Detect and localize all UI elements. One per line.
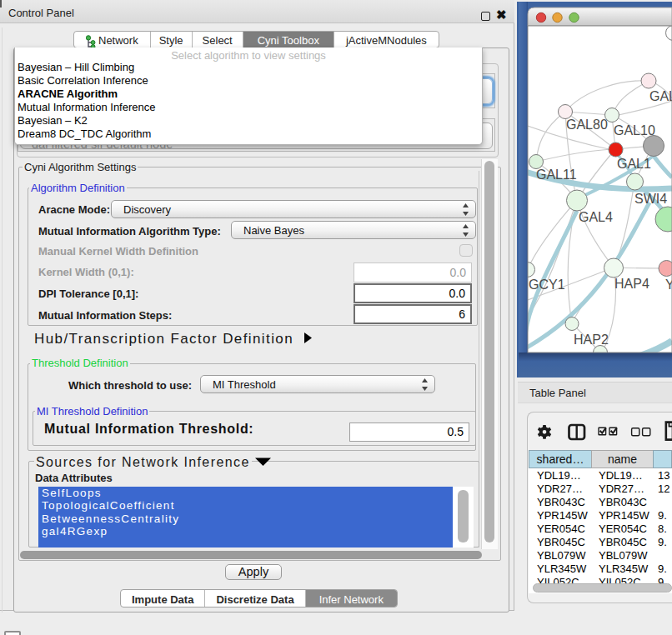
svg-text:Y: Y: [665, 278, 672, 292]
svg-text:GAL7: GAL7: [649, 89, 672, 103]
svg-text:HAP2: HAP2: [574, 332, 609, 347]
svg-text:SWI4: SWI4: [634, 192, 667, 206]
svg-text:HAP4: HAP4: [614, 277, 649, 291]
svg-text:GAL10: GAL10: [614, 123, 655, 138]
svg-text:GAL1: GAL1: [617, 157, 651, 171]
svg-text:GCY1: GCY1: [529, 278, 565, 292]
svg-text:GAL4: GAL4: [579, 210, 613, 224]
svg-text:GAL80: GAL80: [566, 118, 608, 132]
svg-text:GAL11: GAL11: [536, 168, 577, 182]
